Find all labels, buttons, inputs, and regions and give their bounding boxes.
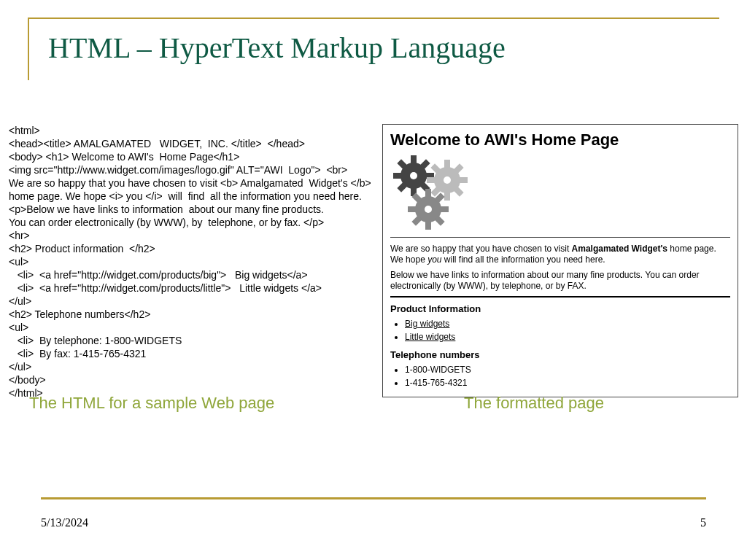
telephone-list: 1-800-WIDGETS 1-415-765-4321 — [395, 363, 730, 389]
src-line: <h2> Product information </h2> — [9, 243, 155, 254]
src-line: home page. We hope <i> you </i> will fin… — [9, 190, 362, 202]
intro-text-a: We are so happy that you have chosen to … — [390, 244, 572, 254]
src-line: <li> By fax: 1-415-765-4321 — [9, 348, 146, 359]
src-line: <body> <h1> Welcome to AWI's Home Page</… — [9, 151, 239, 163]
src-line: </ul> — [9, 295, 31, 307]
link-big-widgets[interactable]: Big widgets — [405, 319, 449, 329]
src-line: <li> <a href="http://widget.com/products… — [9, 282, 322, 294]
page-paragraph-intro: We are so happy that you have chosen to … — [390, 244, 730, 265]
src-line: <p>Below we have links to information ab… — [9, 203, 324, 215]
list-item: 1-800-WIDGETS — [405, 363, 730, 376]
src-line: <html> — [9, 125, 40, 136]
caption-formatted-page: The formatted page — [464, 394, 604, 413]
src-line: <img src="http://www.widget.com/images/l… — [9, 164, 347, 176]
intro-bold: Amalgamated Widget's — [572, 244, 667, 254]
list-item: Big widgets — [405, 317, 730, 330]
intro-text-e: will find all the information you need h… — [442, 254, 605, 265]
footer-date: 5/13/2024 — [41, 516, 88, 529]
src-line: <ul> — [9, 322, 28, 333]
slide-title: HTML – HyperText Markup Language — [48, 31, 506, 65]
src-line: <li> By telephone: 1-800-WIDGETS — [9, 335, 182, 346]
rendered-page-box: Welcome to AWI's Home Page — [382, 124, 738, 397]
link-little-widgets[interactable]: Little widgets — [405, 332, 455, 342]
list-item: Little widgets — [405, 330, 730, 343]
page-thick-hr — [390, 296, 730, 298]
src-line: You can order electronically (by WWW), b… — [9, 217, 324, 228]
caption-html-source: The HTML for a sample Web page — [29, 394, 274, 413]
page-heading: Welcome to AWI's Home Page — [390, 131, 730, 149]
list-item: 1-415-765-4321 — [405, 376, 730, 389]
frame-top-rule — [28, 18, 719, 19]
page-h2-products: Product Information — [390, 303, 730, 314]
src-line: We are so happy that you have chosen to … — [9, 177, 371, 189]
html-source-block: <html> <head><title> AMALGAMATED WIDGET,… — [9, 124, 372, 400]
page-h2-telephone: Telephone numbers — [390, 349, 730, 360]
src-line: <head><title> AMALGAMATED WIDGET, INC. <… — [9, 138, 305, 149]
products-list: Big widgets Little widgets — [395, 317, 730, 343]
src-line: </body> — [9, 374, 46, 386]
slide: HTML – HyperText Markup Language <html> … — [0, 0, 747, 560]
bottom-rule — [41, 497, 706, 499]
footer-page-number: 5 — [700, 516, 706, 529]
rendered-page-column: Welcome to AWI's Home Page — [382, 124, 738, 400]
page-hr — [390, 237, 730, 238]
content-row: <html> <head><title> AMALGAMATED WIDGET,… — [9, 124, 738, 400]
logo-gears-icon — [390, 154, 485, 233]
src-line: <li> <a href="http://widget.com/products… — [9, 269, 308, 281]
frame-left-rule — [28, 18, 29, 80]
intro-italic: you — [427, 254, 441, 265]
src-line: </ul> — [9, 361, 31, 373]
src-line: <hr> — [9, 230, 30, 241]
page-paragraph-below: Below we have links to information about… — [390, 270, 730, 292]
src-line: <ul> — [9, 256, 28, 268]
src-line: <h2> Telephone numbers</h2> — [9, 308, 150, 320]
